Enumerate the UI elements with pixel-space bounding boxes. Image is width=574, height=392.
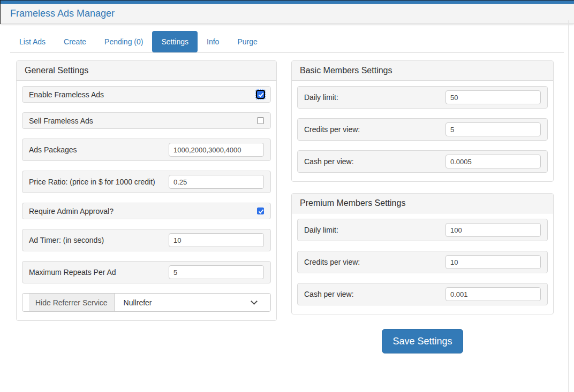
price-ratio-label: Price Ratio: (price in $ for 1000 credit… xyxy=(29,178,155,186)
basic-members-heading: Basic Members Settings xyxy=(292,61,553,81)
tab-info: Info xyxy=(198,31,228,52)
basic-credits-per-view-label: Credits per view: xyxy=(304,125,360,134)
save-row: Save Settings xyxy=(291,329,554,353)
tab-purge: Purge xyxy=(228,31,266,52)
basic-members-body: Daily limit: Credits per view: Cash per … xyxy=(292,81,553,181)
tab-bar: List Ads Create Pending (0) Settings Inf… xyxy=(10,31,564,53)
hide-referrer-label: Hide Referrer Service xyxy=(29,294,115,311)
general-settings-heading: General Settings xyxy=(17,61,276,81)
tab-settings-link[interactable]: Settings xyxy=(152,31,198,52)
save-settings-button[interactable]: Save Settings xyxy=(382,329,463,353)
premium-cash-per-view-label: Cash per view: xyxy=(304,290,354,298)
hide-referrer-selected-value: Nullrefer xyxy=(124,298,152,307)
setting-row-hide-referrer: Hide Referrer Service Nullrefer xyxy=(22,293,271,312)
setting-row-basic-cash-per-view: Cash per view: xyxy=(297,150,548,173)
premium-daily-limit-input[interactable] xyxy=(445,223,541,237)
setting-row-max-repeats: Maximum Repeats Per Ad xyxy=(22,261,271,283)
setting-row-require-admin-approval: Require Admin Approval? xyxy=(22,203,271,219)
sell-frameless-ads-label: Sell Frameless Ads xyxy=(29,117,93,125)
hide-referrer-select[interactable]: Nullrefer xyxy=(115,294,264,311)
tab-settings: Settings xyxy=(152,31,198,52)
tab-list-ads: List Ads xyxy=(10,31,55,52)
members-settings-column: Basic Members Settings Daily limit: Cred… xyxy=(291,60,554,353)
tab-pending-link[interactable]: Pending (0) xyxy=(95,31,152,52)
ad-timer-label: Ad Timer: (in seconds) xyxy=(29,236,104,244)
premium-members-heading: Premium Members Settings xyxy=(292,194,553,213)
setting-row-premium-daily-limit: Daily limit: xyxy=(297,219,548,241)
premium-credits-per-view-label: Credits per view: xyxy=(304,258,360,266)
require-admin-approval-checkbox[interactable] xyxy=(257,207,264,214)
ads-packages-label: Ads Packages xyxy=(29,145,77,154)
basic-daily-limit-input[interactable] xyxy=(445,90,541,104)
tab-info-link[interactable]: Info xyxy=(198,31,228,52)
setting-row-ads-packages: Ads Packages xyxy=(22,139,271,161)
panels-area: General Settings Enable Frameless Ads Se… xyxy=(10,60,564,353)
sell-frameless-ads-checkbox[interactable] xyxy=(257,117,264,124)
enable-frameless-ads-checkbox[interactable] xyxy=(257,91,264,98)
max-repeats-label: Maximum Repeats Per Ad xyxy=(29,268,116,276)
basic-cash-per-view-input[interactable] xyxy=(445,155,541,168)
basic-daily-limit-label: Daily limit: xyxy=(304,93,338,102)
price-ratio-input[interactable] xyxy=(169,175,264,189)
premium-members-panel: Premium Members Settings Daily limit: Cr… xyxy=(291,193,554,314)
setting-row-price-ratio: Price Ratio: (price in $ for 1000 credit… xyxy=(22,171,271,193)
main-container: List Ads Create Pending (0) Settings Inf… xyxy=(0,31,574,353)
premium-daily-limit-label: Daily limit: xyxy=(304,226,338,234)
ad-timer-input[interactable] xyxy=(169,233,264,247)
tab-create: Create xyxy=(55,31,95,52)
setting-row-sell-frameless-ads: Sell Frameless Ads xyxy=(22,112,271,129)
max-repeats-input[interactable] xyxy=(169,265,264,279)
right-edge-divider xyxy=(568,20,569,392)
basic-members-panel: Basic Members Settings Daily limit: Cred… xyxy=(291,60,554,182)
setting-row-ad-timer: Ad Timer: (in seconds) xyxy=(22,229,271,251)
general-settings-body: Enable Frameless Ads Sell Frameless Ads … xyxy=(17,81,276,320)
tab-purge-link[interactable]: Purge xyxy=(228,31,266,52)
tab-pending: Pending (0) xyxy=(95,31,152,52)
general-settings-panel: General Settings Enable Frameless Ads Se… xyxy=(16,60,277,321)
basic-cash-per-view-label: Cash per view: xyxy=(304,157,354,166)
general-settings-column: General Settings Enable Frameless Ads Se… xyxy=(16,60,277,332)
ads-packages-input[interactable] xyxy=(169,143,264,157)
page-title: Frameless Ads Manager xyxy=(10,7,574,20)
require-admin-approval-label: Require Admin Approval? xyxy=(29,207,114,216)
tab-list-ads-link[interactable]: List Ads xyxy=(10,31,55,52)
setting-row-basic-credits-per-view: Credits per view: xyxy=(297,118,548,141)
premium-cash-per-view-input[interactable] xyxy=(445,287,541,301)
setting-row-basic-daily-limit: Daily limit: xyxy=(297,86,548,109)
setting-row-premium-credits-per-view: Credits per view: xyxy=(297,251,548,273)
chevron-down-icon xyxy=(251,298,258,305)
titlebar: Frameless Ads Manager xyxy=(0,4,574,24)
enable-frameless-ads-label: Enable Frameless Ads xyxy=(29,90,104,99)
basic-credits-per-view-input[interactable] xyxy=(445,122,541,136)
tab-create-link[interactable]: Create xyxy=(55,31,95,52)
premium-credits-per-view-input[interactable] xyxy=(445,255,541,269)
premium-members-body: Daily limit: Credits per view: Cash per … xyxy=(292,213,553,314)
setting-row-premium-cash-per-view: Cash per view: xyxy=(297,283,548,305)
setting-row-enable-frameless-ads: Enable Frameless Ads xyxy=(22,86,271,103)
